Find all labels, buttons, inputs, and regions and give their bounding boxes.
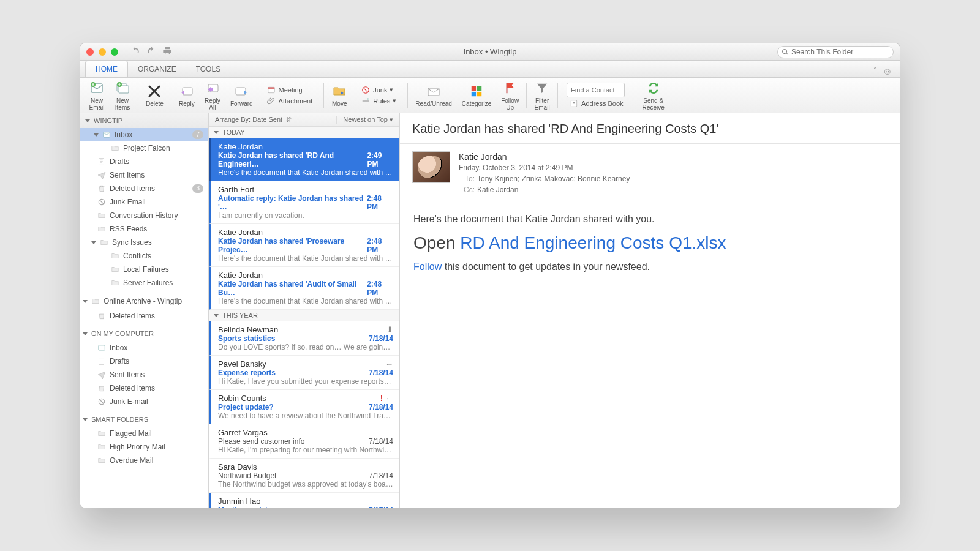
- message-item[interactable]: Katie Jordan Katie Jordan has shared 'Pr…: [209, 224, 399, 267]
- junk-icon: [361, 86, 371, 94]
- sidebar-rss[interactable]: RSS Feeds: [80, 222, 208, 236]
- message-time: 7/18/14: [369, 471, 393, 480]
- arrange-by-button[interactable]: Arrange By: Date Sent ⇵: [209, 116, 336, 124]
- message-date: Friday, October 3, 2014 at 2:49 PM: [459, 162, 630, 173]
- attachment-button[interactable]: Attachment: [264, 96, 315, 106]
- svg-rect-22: [99, 358, 104, 365]
- archive-header[interactable]: Online Archive - Wingtip: [80, 293, 208, 309]
- sort-order-button[interactable]: Newest on Top ▾: [336, 116, 399, 124]
- sidebar-deleted[interactable]: Deleted Items3: [80, 182, 208, 195]
- send-receive-label: Send & Receive: [643, 97, 665, 111]
- smart-folders-header[interactable]: SMART FOLDERS: [80, 412, 208, 427]
- delete-button[interactable]: Delete: [142, 83, 167, 107]
- filter-label: Filter Email: [535, 97, 550, 111]
- send-receive-icon: [646, 80, 662, 96]
- message-from: Katie Jordan: [218, 228, 263, 237]
- tab-home[interactable]: HOME: [85, 61, 128, 77]
- categorize-label: Categorize: [462, 100, 491, 107]
- message-from: Robin Counts: [218, 394, 266, 403]
- tab-tools[interactable]: TOOLS: [186, 61, 230, 77]
- send-receive-button[interactable]: Send & Receive: [639, 80, 668, 111]
- move-button[interactable]: Move: [328, 83, 351, 107]
- message-item[interactable]: Katie Jordan Katie Jordan has shared 'RD…: [209, 138, 399, 181]
- message-item[interactable]: Garret Vargas Please send customer info7…: [209, 424, 399, 459]
- new-email-button[interactable]: New Email: [85, 80, 108, 111]
- message-subject-preview: Expense reports: [218, 369, 276, 377]
- message-list: Arrange By: Date Sent ⇵ Newest on Top ▾ …: [209, 113, 400, 508]
- sidebar-junk[interactable]: Junk Email: [80, 195, 208, 209]
- account-header[interactable]: WINGTIP: [80, 113, 208, 128]
- on-my-computer-header[interactable]: ON MY COMPUTER: [80, 326, 208, 341]
- to-label: To:: [459, 173, 475, 184]
- folder-icon: [111, 144, 119, 152]
- folder-icon: [111, 252, 119, 260]
- sidebar-local-drafts[interactable]: Drafts: [80, 354, 208, 368]
- new-items-button[interactable]: New Items: [111, 80, 134, 111]
- sidebar-project-falcon[interactable]: Project Falcon: [80, 141, 208, 155]
- address-book-button[interactable]: Address Book: [567, 99, 625, 108]
- rules-button[interactable]: Rules ▾: [358, 96, 399, 106]
- folder-icon: [97, 429, 106, 438]
- sidebar-flagged[interactable]: Flagged Mail: [80, 427, 208, 440]
- reply-all-button[interactable]: Reply All: [201, 80, 224, 111]
- sidebar-conflicts[interactable]: Conflicts: [80, 249, 208, 263]
- junk-button[interactable]: Junk ▾: [358, 85, 396, 95]
- forward-button[interactable]: Forward: [227, 83, 257, 107]
- sidebar-sync-issues[interactable]: Sync Issues: [80, 236, 208, 249]
- message-item[interactable]: Pavel Bansky← Expense reports7/18/14 Hi …: [209, 356, 399, 390]
- tab-organize[interactable]: ORGANIZE: [128, 61, 186, 77]
- message-item[interactable]: Garth Fort Automatic reply: Katie Jordan…: [209, 181, 399, 224]
- sidebar-local-sent[interactable]: Sent Items: [80, 368, 208, 381]
- sidebar-server-failures[interactable]: Server Failures: [80, 276, 208, 290]
- message-item[interactable]: Katie Jordan Katie Jordan has shared 'Au…: [209, 267, 399, 310]
- message-item[interactable]: Robin Counts! ← Project update?7/18/14 W…: [209, 390, 399, 424]
- group-this-year[interactable]: THIS YEAR: [209, 310, 399, 321]
- message-list-body[interactable]: TODAY Katie Jordan Katie Jordan has shar…: [209, 127, 399, 508]
- filter-email-button[interactable]: Filter Email: [530, 80, 554, 111]
- message-time: 2:48 PM: [367, 194, 393, 211]
- message-time: 7/18/14: [369, 403, 393, 411]
- categorize-icon: [469, 83, 484, 99]
- sidebar-local-failures[interactable]: Local Failures: [80, 263, 208, 276]
- filter-icon: [534, 80, 550, 96]
- move-label: Move: [332, 100, 347, 107]
- meeting-button[interactable]: Meeting: [264, 85, 305, 95]
- help-icon[interactable]: ☺: [883, 66, 892, 77]
- sidebar-drafts[interactable]: Drafts: [80, 155, 208, 168]
- sidebar-inbox[interactable]: Inbox7: [80, 128, 208, 141]
- deleted-badge: 3: [192, 184, 203, 193]
- folder-sidebar: WINGTIP Inbox7 Project Falcon Drafts Sen…: [80, 113, 209, 508]
- chevron-down-icon: [214, 314, 219, 317]
- sidebar-local-junk[interactable]: Junk E-mail: [80, 395, 208, 408]
- meeting-attachment-group: Meeting Attachment: [259, 78, 320, 113]
- sidebar-local-deleted[interactable]: Deleted Items: [80, 381, 208, 395]
- group-today[interactable]: TODAY: [209, 127, 399, 138]
- follow-up-button[interactable]: Follow Up: [497, 80, 522, 111]
- chevron-down-icon: [85, 119, 90, 122]
- follow-link[interactable]: Follow: [413, 261, 442, 272]
- read-unread-button[interactable]: Read/Unread: [412, 83, 455, 107]
- reply-icon: [179, 83, 195, 99]
- folder-icon: [97, 225, 106, 233]
- junk-folder-icon: [97, 198, 106, 206]
- sidebar-overdue[interactable]: Overdue Mail: [80, 454, 208, 467]
- shared-file-link[interactable]: RD And Engineering Costs Q1.xlsx: [460, 233, 726, 252]
- sidebar-high-priority[interactable]: High Priority Mail: [80, 440, 208, 454]
- message-item[interactable]: Junmin Hao Meeting update7/17/14 We have…: [209, 493, 399, 508]
- sidebar-conversation-history[interactable]: Conversation History: [80, 209, 208, 222]
- sidebar-local-inbox[interactable]: Inbox: [80, 341, 208, 354]
- sidebar-archive-deleted[interactable]: Deleted Items: [80, 309, 208, 323]
- reply-button[interactable]: Reply: [175, 83, 198, 107]
- folder-icon: [100, 238, 108, 247]
- new-items-icon: [115, 80, 130, 96]
- rules-icon: [361, 97, 371, 105]
- message-item[interactable]: Belinda Newman⬇ Sports statistics7/18/14…: [209, 321, 399, 356]
- message-time: 7/18/14: [369, 437, 393, 446]
- message-item[interactable]: Sara Davis Northwind Budget7/18/14 The N…: [209, 459, 399, 493]
- inbox-unread-badge: 7: [192, 130, 203, 139]
- sidebar-sent[interactable]: Sent Items: [80, 168, 208, 182]
- collapse-ribbon-icon[interactable]: ˄: [873, 66, 878, 77]
- find-contact-input[interactable]: Find a Contact: [567, 83, 625, 97]
- message-time: 2:49 PM: [367, 151, 393, 168]
- categorize-button[interactable]: Categorize: [458, 83, 495, 107]
